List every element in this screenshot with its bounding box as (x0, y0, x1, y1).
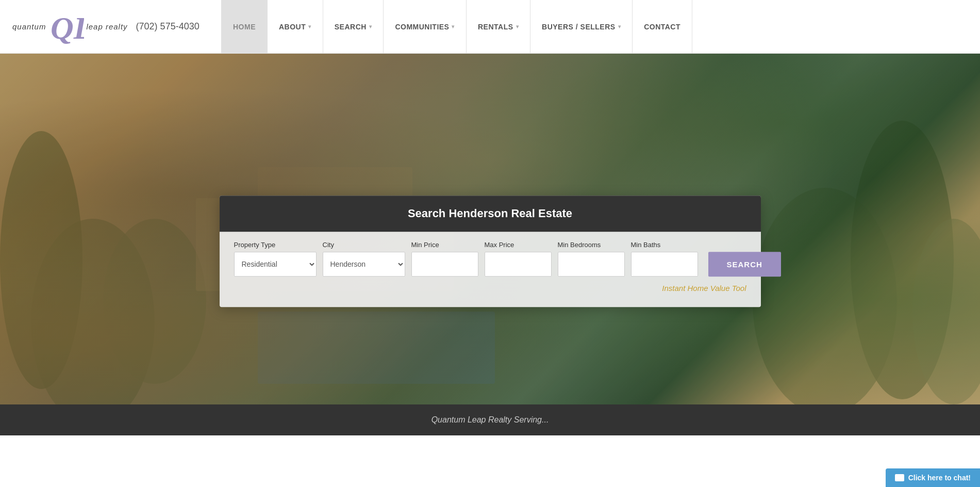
logo-area: quantum QL leap realty (702) 575-4030 (0, 0, 222, 53)
min-bedrooms-input[interactable] (558, 252, 625, 277)
brand-prefix: quantum (12, 22, 46, 31)
main-nav: quantum QL leap realty (702) 575-4030 HO… (0, 0, 980, 54)
chevron-down-icon: ▾ (516, 24, 519, 29)
search-box: Search Henderson Real Estate Property Ty… (220, 196, 761, 307)
nav-item-home[interactable]: HOME (222, 0, 268, 53)
nav-item-rentals[interactable]: RENTALS▾ (467, 0, 530, 53)
min-bedrooms-label: Min Bedrooms (558, 241, 625, 249)
city-select[interactable]: HendersonLas VegasNorth Las VegasBoulder… (323, 252, 405, 277)
nav-item-contact[interactable]: CONTACT (633, 0, 692, 53)
min-price-field: Min Price (411, 241, 478, 277)
property-type-select[interactable]: ResidentialCommercialLandCondo (234, 252, 317, 277)
search-box-title: Search Henderson Real Estate (220, 196, 761, 232)
nav-item-communities[interactable]: COMMUNITIES▾ (384, 0, 467, 53)
search-fields: Property Type ResidentialCommercialLandC… (220, 241, 761, 277)
city-field: City HendersonLas VegasNorth Las VegasBo… (323, 241, 405, 277)
min-bedrooms-field: Min Bedrooms (558, 241, 625, 277)
min-baths-label: Min Baths (631, 241, 698, 249)
min-baths-input[interactable] (631, 252, 698, 277)
property-type-label: Property Type (234, 241, 317, 249)
nav-item-buyers-sellers[interactable]: BUYERS / SELLERS▾ (530, 0, 633, 53)
instant-home-value-tool[interactable]: Instant Home Value Tool (220, 277, 761, 293)
chevron-down-icon: ▾ (452, 24, 455, 29)
hero-section: Search Henderson Real Estate Property Ty… (0, 54, 980, 404)
max-price-field: Max Price (485, 241, 552, 277)
search-button[interactable]: SEARCH (708, 252, 781, 277)
max-price-input[interactable] (485, 252, 552, 277)
logo[interactable]: quantum QL leap realty (12, 9, 128, 45)
bottom-bar-text: Quantum Leap Realty Serving... (431, 415, 549, 425)
min-price-input[interactable] (411, 252, 478, 277)
city-label: City (323, 241, 405, 249)
chevron-down-icon: ▾ (369, 24, 372, 29)
nav-item-search[interactable]: SEARCH▾ (323, 0, 384, 53)
nav-links: HOMEABOUT▾SEARCH▾COMMUNITIES▾RENTALS▾BUY… (222, 0, 980, 53)
logo-ql-letters: QL (48, 9, 84, 45)
min-baths-field: Min Baths (631, 241, 698, 277)
bottom-bar: Quantum Leap Realty Serving... (0, 404, 980, 435)
svg-text:QL: QL (51, 10, 84, 45)
chevron-down-icon: ▾ (618, 24, 621, 29)
nav-item-about[interactable]: ABOUT▾ (268, 0, 323, 53)
property-type-field: Property Type ResidentialCommercialLandC… (234, 241, 317, 277)
chevron-down-icon: ▾ (308, 24, 311, 29)
brand-suffix: leap realty (86, 22, 127, 31)
nav-phone[interactable]: (702) 575-4030 (136, 21, 200, 32)
max-price-label: Max Price (485, 241, 552, 249)
min-price-label: Min Price (411, 241, 478, 249)
